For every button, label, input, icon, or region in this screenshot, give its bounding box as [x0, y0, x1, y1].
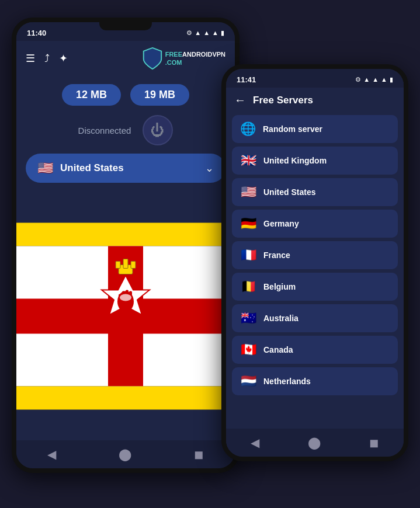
flag-be: 🇧🇪: [240, 279, 256, 294]
menu-icon[interactable]: ☰: [26, 52, 35, 65]
share-icon[interactable]: ⤴: [44, 53, 50, 65]
logo-shield-icon: [142, 47, 163, 70]
upload-stat: 19 MB: [130, 84, 189, 106]
phone-1: 11:40 ⚙ ▲ ▲ ▲ ▮ ☰ ⤴ ✦ FREEANDROIDVPN .CO…: [12, 18, 239, 473]
flag-nl: 🇳🇱: [240, 374, 256, 389]
rating-icon[interactable]: ✦: [59, 52, 68, 65]
server-item-de[interactable]: 🇩🇪 Germany: [232, 210, 398, 238]
flag-ca: 🇨🇦: [240, 342, 256, 357]
toolbar: ☰ ⤴ ✦ FREEANDROIDVPN .COM: [16, 41, 235, 76]
server-list: 🌐 Random server 🇬🇧 United Kingdom 🇺🇸 Uni…: [226, 113, 404, 429]
signal-icon-2: ▲: [381, 76, 387, 83]
globe-icon: 🌐: [240, 121, 256, 137]
svg-rect-4: [16, 387, 235, 410]
wifi-icon-2: ▲: [372, 76, 379, 83]
server-name-uk: United Kingdom: [263, 156, 327, 165]
server-name-random: Random server: [263, 124, 322, 134]
home-nav-btn-1[interactable]: ⬤: [119, 447, 131, 461]
power-button[interactable]: ⏻: [143, 115, 173, 145]
phone-content-2: ← Free Servers 🌐 Random server 🇬🇧 United…: [226, 88, 404, 429]
server-list-title: Free Servers: [253, 95, 313, 106]
battery-icon-1: ▮: [221, 29, 224, 37]
settings-icon: ⚙: [186, 29, 192, 37]
status-time-2: 11:41: [237, 75, 256, 84]
status-time-1: 11:40: [27, 29, 46, 37]
download-stat: 12 MB: [62, 84, 121, 106]
menu-nav-btn-1[interactable]: ◼: [194, 447, 204, 461]
server-item-uk[interactable]: 🇬🇧 United Kingdom: [232, 147, 398, 175]
power-icon: ⏻: [151, 122, 165, 138]
phone-notch: [99, 22, 152, 30]
server-item-fr[interactable]: 🇫🇷 France: [232, 241, 398, 269]
alert-icon-2: ▲: [363, 76, 370, 83]
server-name-fr: France: [263, 250, 290, 260]
server-item-nl[interactable]: 🇳🇱 Netherlands: [232, 367, 398, 395]
svg-rect-9: [131, 262, 136, 269]
server-item-random[interactable]: 🌐 Random server: [232, 115, 398, 143]
server-item-au[interactable]: 🇦🇺 Australia: [232, 304, 398, 332]
nav-bar-2: ◀ ⬤ ◼: [226, 429, 404, 457]
settings-icon-2: ⚙: [355, 76, 361, 83]
logo-text: FREEANDROIDVPN .COM: [165, 50, 225, 67]
wifi-icon-1: ▲: [203, 29, 210, 36]
svg-point-15: [120, 294, 131, 301]
phone-content-1: ☰ ⤴ ✦ FREEANDROIDVPN .COM 12 MB 19 MB Di…: [16, 41, 235, 440]
server-name-be: Belgium: [263, 282, 296, 291]
svg-rect-7: [116, 262, 120, 269]
connection-status: Disconnected: [78, 126, 131, 135]
country-selector[interactable]: 🇺🇸 United States ⌄: [26, 154, 225, 183]
country-flag: 🇺🇸: [37, 161, 53, 176]
status-icons-2: ⚙ ▲ ▲ ▲ ▮: [355, 76, 393, 83]
flag-au: 🇦🇺: [240, 311, 256, 326]
stats-row: 12 MB 19 MB: [16, 76, 235, 110]
flag-us: 🇺🇸: [240, 185, 256, 200]
back-nav-btn-1[interactable]: ◀: [47, 447, 56, 461]
flag-uk: 🇬🇧: [240, 153, 256, 168]
battery-icon-2: ▮: [390, 76, 393, 83]
server-name-au: Australia: [263, 314, 298, 323]
back-nav-btn-2[interactable]: ◀: [251, 436, 259, 450]
server-item-be[interactable]: 🇧🇪 Belgium: [232, 273, 398, 301]
connection-row: Disconnected ⏻: [16, 110, 235, 154]
home-nav-btn-2[interactable]: ⬤: [308, 436, 321, 450]
server-name-nl: Netherlands: [263, 377, 311, 386]
toolbar-logo: FREEANDROIDVPN .COM: [142, 47, 225, 70]
server-name-de: Germany: [263, 219, 299, 228]
alert-icon: ▲: [195, 29, 201, 36]
server-item-us[interactable]: 🇺🇸 United States: [232, 178, 398, 206]
menu-nav-btn-2[interactable]: ◼: [369, 436, 379, 450]
svg-rect-0: [16, 223, 235, 246]
status-bar-2: 11:41 ⚙ ▲ ▲ ▲ ▮: [226, 69, 404, 88]
country-name: United States: [60, 162, 198, 174]
northern-ireland-flag: [16, 192, 235, 440]
signal-icon-1: ▲: [212, 29, 218, 36]
server-header: ← Free Servers: [226, 88, 404, 113]
server-item-ca[interactable]: 🇨🇦 Canada: [232, 336, 398, 364]
flag-display: [16, 192, 235, 440]
flag-fr: 🇫🇷: [240, 248, 256, 263]
server-name-ca: Canada: [263, 345, 293, 354]
flag-de: 🇩🇪: [240, 216, 256, 231]
chevron-down-icon: ⌄: [205, 162, 214, 175]
back-icon[interactable]: ←: [234, 93, 246, 107]
status-icons-1: ⚙ ▲ ▲ ▲ ▮: [186, 29, 224, 37]
server-name-us: United States: [263, 187, 315, 197]
phone-2: 11:41 ⚙ ▲ ▲ ▲ ▮ ← Free Servers 🌐 Random …: [221, 64, 408, 461]
svg-rect-8: [123, 259, 128, 269]
nav-bar-1: ◀ ⬤ ◼: [16, 440, 235, 468]
